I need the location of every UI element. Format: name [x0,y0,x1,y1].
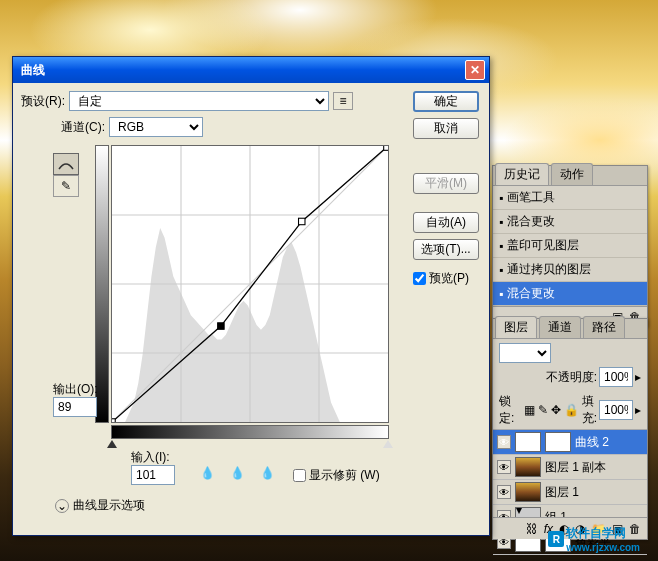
curve-display-options[interactable]: ⌄ 曲线显示选项 [55,497,145,514]
watermark-brand: 软件自学网 [566,525,640,542]
show-clipping-label: 显示修剪 (W) [309,467,380,484]
svg-rect-8 [218,323,224,329]
tab-layers[interactable]: 图层 [495,316,537,338]
history-item[interactable]: ▪画笔工具 [493,186,647,210]
input-input[interactable] [131,465,175,485]
output-label: 输出(O): [53,381,98,398]
preview-label: 预览(P) [429,270,469,287]
curve-graph[interactable] [111,145,389,423]
expand-label: 曲线显示选项 [73,497,145,514]
watermark-url: www.rjzxw.com [566,542,640,553]
pencil-icon: ✎ [61,179,71,193]
history-item[interactable]: ▪混合更改 [493,210,647,234]
svg-rect-7 [112,419,115,422]
close-button[interactable]: ✕ [465,60,485,80]
history-step-icon: ▪ [499,287,503,301]
input-gradient [111,425,389,439]
history-step-icon: ▪ [499,239,503,253]
fill-label: 填充: [582,393,597,427]
input-label: 输入(I): [131,449,170,466]
preview-input[interactable] [413,272,426,285]
layer-item[interactable]: 👁曲线 2 [493,430,647,455]
layer-item[interactable]: 👁图层 1 副本 [493,455,647,480]
dialog-title: 曲线 [17,62,465,79]
svg-rect-10 [384,146,388,150]
tab-paths[interactable]: 路径 [583,316,625,338]
lock-paint-icon[interactable]: ✎ [538,403,548,417]
lock-all-icon[interactable]: 🔒 [564,403,579,417]
close-icon: ✕ [470,63,480,77]
pencil-tool-button[interactable]: ✎ [53,175,79,197]
layer-thumb [515,432,541,452]
ok-button[interactable]: 确定 [413,91,479,112]
gray-eyedropper[interactable]: 💧 [227,463,247,483]
history-step-icon: ▪ [499,263,503,277]
black-eyedropper[interactable]: 💧 [197,463,217,483]
layer-name: 图层 1 [545,484,579,501]
curve-tool-button[interactable] [53,153,79,175]
opacity-input[interactable] [599,367,633,387]
opacity-label: 不透明度: [546,369,597,386]
channel-select[interactable]: RGB [109,117,203,137]
expand-icon: ⌄ [55,499,69,513]
logo-icon: R [548,531,564,547]
visibility-icon[interactable]: 👁 [497,460,511,474]
channel-label: 通道(C): [61,119,105,136]
history-item[interactable]: ▪盖印可见图层 [493,234,647,258]
history-step-icon: ▪ [499,191,503,205]
cancel-button[interactable]: 取消 [413,118,479,139]
options-button[interactable]: 选项(T)... [413,239,479,260]
blend-mode-select[interactable] [499,343,551,363]
preset-select[interactable]: 自定 [69,91,329,111]
visibility-icon[interactable]: 👁 [497,435,511,449]
lock-label: 锁定: [499,393,521,427]
svg-line-6 [112,146,388,422]
history-item[interactable]: ▪通过拷贝的图层 [493,258,647,282]
show-clipping-input[interactable] [293,469,306,482]
show-clipping-checkbox[interactable]: 显示修剪 (W) [293,467,380,484]
tab-actions[interactable]: 动作 [551,163,593,185]
lock-trans-icon[interactable]: ▦ [524,403,535,417]
black-point-slider[interactable] [107,440,117,448]
preview-checkbox[interactable]: 预览(P) [413,270,479,287]
tab-history[interactable]: 历史记 [495,163,549,185]
layer-thumb [515,482,541,502]
link-icon[interactable]: ⛓ [526,522,538,536]
svg-rect-9 [299,218,305,224]
titlebar[interactable]: 曲线 ✕ [13,57,489,83]
fill-input[interactable] [599,400,633,420]
history-panel: 历史记 动作 ▪画笔工具▪混合更改▪盖印可见图层▪通过拷贝的图层▪混合更改 ▣ … [492,165,648,327]
smooth-button[interactable]: 平滑(M) [413,173,479,194]
auto-button[interactable]: 自动(A) [413,212,479,233]
layer-name: 图层 1 副本 [545,459,606,476]
white-eyedropper[interactable]: 💧 [257,463,277,483]
output-input[interactable] [53,397,97,417]
preset-label: 预设(R): [21,93,65,110]
layer-item[interactable]: 👁图层 1 [493,480,647,505]
history-item[interactable]: ▪混合更改 [493,282,647,306]
curves-dialog: 曲线 ✕ 预设(R): 自定 ≡ 通道(C): RGB ✎ 输出(O [12,56,490,536]
mask-thumb [545,432,571,452]
chevron-down-icon[interactable]: ▸ [635,403,641,417]
layer-name: 曲线 2 [575,434,609,451]
layer-thumb [515,457,541,477]
preset-menu-icon[interactable]: ≡ [333,92,353,110]
lock-move-icon[interactable]: ✥ [551,403,561,417]
layers-panel: 图层 通道 路径 不透明度: ▸ 锁定: ▦ ✎ ✥ 🔒 填充: ▸ 👁曲线 2… [492,318,648,540]
white-point-slider[interactable] [383,440,393,448]
visibility-icon[interactable]: 👁 [497,485,511,499]
history-step-icon: ▪ [499,215,503,229]
watermark: R 软件自学网 www.rjzxw.com [548,525,640,553]
tab-channels[interactable]: 通道 [539,316,581,338]
chevron-down-icon[interactable]: ▸ [635,370,641,384]
